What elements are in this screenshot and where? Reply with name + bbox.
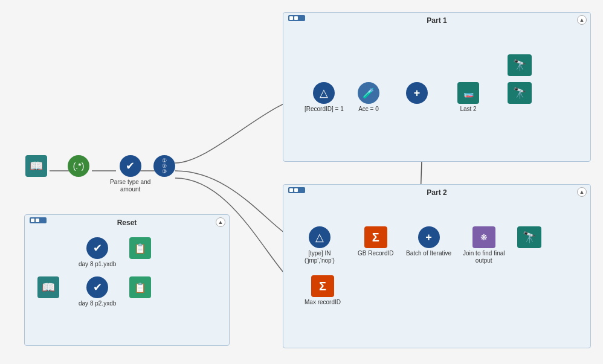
node-p2-join-output-label: Join to find finaloutput — [463, 250, 505, 264]
node-p2-batch[interactable]: + Batch of Iterative — [406, 226, 451, 257]
node-p1-last-label: Last 2 — [460, 106, 476, 113]
frame-reset-title: Reset — [117, 219, 137, 227]
node-p1-browse2[interactable]: 🔭 — [508, 82, 532, 104]
canvas: Part 1 ▲ Part 2 ▲ Reset ▲ 📖 (.*) ✔ Parse… — [0, 0, 603, 364]
node-reset-input2[interactable]: 📖 — [37, 276, 59, 298]
node-p2-max-label: Max recordID — [305, 299, 341, 306]
node-p2-max[interactable]: Σ Max recordID — [305, 275, 341, 306]
node-p2-batch-label: Batch of Iterative — [406, 250, 451, 257]
node-reset-check2-label: day 8 p2.yxdb — [79, 300, 116, 307]
node-demux[interactable]: ① ② ③ — [153, 155, 175, 177]
node-reset-check1-label: day 8 p1.yxdb — [79, 261, 116, 268]
browse2-icon: 🔭 — [508, 82, 532, 104]
frame-part2-collapse[interactable]: ▲ — [577, 187, 587, 197]
node-p1-accum-label: Acc = 0 — [358, 106, 379, 113]
node-p2-filter-label: [type] IN('jmp','nop') — [305, 250, 335, 264]
node-regex[interactable]: (.*) — [68, 155, 89, 177]
frame-part2: Part 2 ▲ — [283, 184, 591, 348]
node-p1-accum[interactable]: 🧪 Acc = 0 — [358, 82, 379, 113]
node-reset-check1[interactable]: ✔ day 8 p1.yxdb — [79, 237, 116, 268]
doc2-icon: 📋 — [129, 276, 151, 298]
node-p2-gb[interactable]: Σ GB RecordID — [358, 226, 393, 257]
frame-part1-collapse[interactable]: ▲ — [577, 15, 587, 25]
frame-reset-header — [30, 217, 47, 223]
node-p1-filter-label: [RecordID] = 1 — [305, 106, 344, 113]
frame-part2-title: Part 2 — [427, 188, 447, 197]
node-p1-filter[interactable]: △ [RecordID] = 1 — [305, 82, 344, 113]
frame-reset-collapse[interactable]: ▲ — [216, 217, 225, 227]
p2-browse-icon: 🔭 — [517, 226, 541, 248]
node-parse-checkmark[interactable]: ✔ Parse type andamount — [110, 155, 150, 193]
node-reset-doc2[interactable]: 📋 — [129, 276, 151, 298]
node-input-main[interactable]: 📖 — [25, 155, 47, 177]
node-p2-browse[interactable]: 🔭 — [517, 226, 541, 248]
node-p2-gb-label: GB RecordID — [358, 250, 393, 257]
node-reset-doc1[interactable]: 📋 — [129, 237, 151, 259]
node-p2-filter[interactable]: △ [type] IN('jmp','nop') — [305, 226, 335, 264]
node-p2-join-output[interactable]: ❋ Join to find finaloutput — [463, 226, 505, 264]
node-p1-join[interactable]: + — [406, 82, 428, 104]
browse1-icon: 🔭 — [508, 54, 532, 76]
frame-part2-header — [288, 187, 305, 193]
node-reset-check2[interactable]: ✔ day 8 p2.yxdb — [79, 276, 116, 307]
node-p1-last[interactable]: 🧫 Last 2 — [457, 82, 479, 113]
doc1-icon: 📋 — [129, 237, 151, 259]
frame-part1-title: Part 1 — [427, 16, 447, 25]
node-parse-label: Parse type andamount — [110, 179, 150, 193]
frame-part1-header — [288, 15, 305, 21]
node-p1-browse1[interactable]: 🔭 — [508, 54, 532, 76]
